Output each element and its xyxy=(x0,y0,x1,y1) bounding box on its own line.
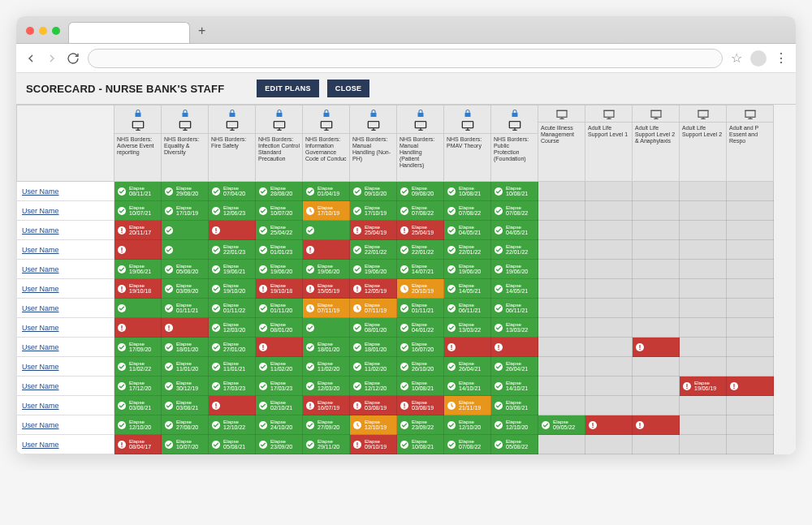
score-cell[interactable]: Elapse05/08/22 xyxy=(491,435,538,454)
score-cell[interactable]: Elapse12/12/20 xyxy=(350,377,397,396)
column-header[interactable]: NHS Borders: Fire Safety xyxy=(209,105,256,182)
score-cell[interactable] xyxy=(162,240,209,260)
score-cell[interactable] xyxy=(680,182,727,201)
score-cell[interactable] xyxy=(633,240,680,260)
score-cell[interactable] xyxy=(538,338,585,357)
score-cell[interactable] xyxy=(585,299,633,318)
score-cell[interactable]: Elapse17/10/19 xyxy=(162,201,209,221)
score-cell[interactable] xyxy=(585,338,633,357)
score-cell[interactable] xyxy=(162,318,209,338)
score-cell[interactable]: Elapse11/02/20 xyxy=(350,357,397,377)
score-cell[interactable] xyxy=(633,279,680,299)
score-cell[interactable]: Elapse19/06/20 xyxy=(491,260,538,279)
score-cell[interactable]: Elapse10/08/21 xyxy=(397,377,444,396)
score-cell[interactable] xyxy=(727,279,774,299)
score-cell[interactable] xyxy=(585,435,633,454)
score-cell[interactable]: Elapse19/06/20 xyxy=(303,260,350,279)
score-cell[interactable] xyxy=(444,338,491,357)
score-cell[interactable]: Elapse22/01/23 xyxy=(209,240,256,260)
score-cell[interactable]: Elapse07/08/22 xyxy=(397,201,444,221)
back-icon[interactable] xyxy=(24,52,37,65)
new-tab-button[interactable]: + xyxy=(198,24,205,38)
score-cell[interactable]: Elapse19/10/20 xyxy=(209,279,256,299)
score-cell[interactable]: Elapse22/01/22 xyxy=(350,240,397,260)
score-cell[interactable]: Elapse29/11/20 xyxy=(303,435,350,454)
score-cell[interactable] xyxy=(303,318,350,338)
score-cell[interactable] xyxy=(538,318,585,338)
score-cell[interactable] xyxy=(680,279,727,299)
score-cell[interactable]: Elapse10/08/21 xyxy=(444,182,491,201)
close-window-icon[interactable] xyxy=(26,27,34,35)
score-cell[interactable] xyxy=(585,318,633,338)
score-cell[interactable]: Elapse26/04/21 xyxy=(491,357,538,377)
score-cell[interactable] xyxy=(680,221,727,240)
score-cell[interactable] xyxy=(680,338,727,357)
score-cell[interactable]: Elapse19/06/21 xyxy=(114,260,162,279)
score-cell[interactable] xyxy=(633,415,680,435)
user-link[interactable]: User Name xyxy=(17,182,114,201)
score-cell[interactable] xyxy=(114,240,162,260)
score-cell[interactable]: Elapse19/10/18 xyxy=(114,279,162,299)
score-cell[interactable] xyxy=(256,338,303,357)
score-cell[interactable] xyxy=(633,357,680,377)
score-cell[interactable] xyxy=(585,396,633,415)
score-cell[interactable]: Elapse11/01/21 xyxy=(209,357,256,377)
score-cell[interactable]: Elapse12/10/19 xyxy=(350,415,397,435)
score-cell[interactable] xyxy=(585,201,633,221)
score-cell[interactable]: Elapse04/05/21 xyxy=(491,221,538,240)
user-link[interactable]: User Name xyxy=(17,396,114,415)
score-cell[interactable] xyxy=(538,260,585,279)
score-cell[interactable] xyxy=(209,221,256,240)
score-cell[interactable] xyxy=(633,377,680,396)
score-cell[interactable]: Elapse18/01/20 xyxy=(303,338,350,357)
column-header[interactable]: NHS Borders: Information Governance Code… xyxy=(303,105,350,182)
user-link[interactable]: User Name xyxy=(17,299,114,318)
score-cell[interactable]: Elapse28/08/20 xyxy=(256,182,303,201)
score-cell[interactable]: Elapse26/10/20 xyxy=(397,357,444,377)
score-cell[interactable]: Elapse18/01/20 xyxy=(162,338,209,357)
user-link[interactable]: User Name xyxy=(17,279,114,299)
close-button[interactable]: CLOSE xyxy=(327,80,370,97)
score-cell[interactable] xyxy=(585,221,633,240)
score-cell[interactable]: Elapse01/01/23 xyxy=(256,240,303,260)
score-cell[interactable]: Elapse01/04/19 xyxy=(303,182,350,201)
score-cell[interactable] xyxy=(633,182,680,201)
score-cell[interactable]: Elapse08/01/20 xyxy=(256,318,303,338)
score-cell[interactable]: Elapse19/06/21 xyxy=(209,260,256,279)
score-cell[interactable] xyxy=(538,182,585,201)
score-cell[interactable]: Elapse21/11/19 xyxy=(444,396,491,415)
score-cell[interactable]: Elapse20/11/17 xyxy=(114,221,162,240)
profile-avatar[interactable] xyxy=(750,50,767,67)
score-cell[interactable] xyxy=(680,435,727,454)
score-cell[interactable] xyxy=(538,396,585,415)
score-cell[interactable]: Elapse17/12/20 xyxy=(114,377,162,396)
score-cell[interactable]: Elapse08/11/21 xyxy=(114,182,162,201)
score-cell[interactable]: Elapse07/08/22 xyxy=(444,435,491,454)
user-link[interactable]: User Name xyxy=(17,338,114,357)
score-cell[interactable] xyxy=(727,338,774,357)
score-cell[interactable] xyxy=(727,221,774,240)
score-cell[interactable]: Elapse29/08/20 xyxy=(162,182,209,201)
score-cell[interactable]: Elapse12/10/20 xyxy=(114,415,162,435)
user-link[interactable]: User Name xyxy=(17,221,114,240)
score-cell[interactable]: Elapse20/10/19 xyxy=(397,279,444,299)
scorecard-scroll[interactable]: NHS Borders: Adverse Event reportingNHS … xyxy=(16,105,796,454)
column-header[interactable]: NHS Borders: Adverse Event reporting xyxy=(114,105,162,182)
score-cell[interactable]: Elapse12/10/22 xyxy=(209,415,256,435)
score-cell[interactable]: Elapse19/10/18 xyxy=(256,279,303,299)
score-cell[interactable]: Elapse03/08/21 xyxy=(162,396,209,415)
score-cell[interactable] xyxy=(680,299,727,318)
score-cell[interactable] xyxy=(585,279,633,299)
score-cell[interactable]: Elapse01/11/21 xyxy=(162,299,209,318)
score-cell[interactable]: Elapse09/10/19 xyxy=(350,435,397,454)
score-cell[interactable]: Elapse19/06/20 xyxy=(350,260,397,279)
score-cell[interactable] xyxy=(585,182,633,201)
score-cell[interactable] xyxy=(585,415,633,435)
column-header[interactable]: Adult Life Support Level 2 & Anaphylaxis xyxy=(633,105,680,182)
score-cell[interactable] xyxy=(162,221,209,240)
score-cell[interactable]: Elapse17/09/20 xyxy=(114,338,162,357)
score-cell[interactable]: Elapse03/08/21 xyxy=(491,396,538,415)
score-cell[interactable] xyxy=(633,260,680,279)
score-cell[interactable] xyxy=(727,396,774,415)
score-cell[interactable] xyxy=(114,318,162,338)
